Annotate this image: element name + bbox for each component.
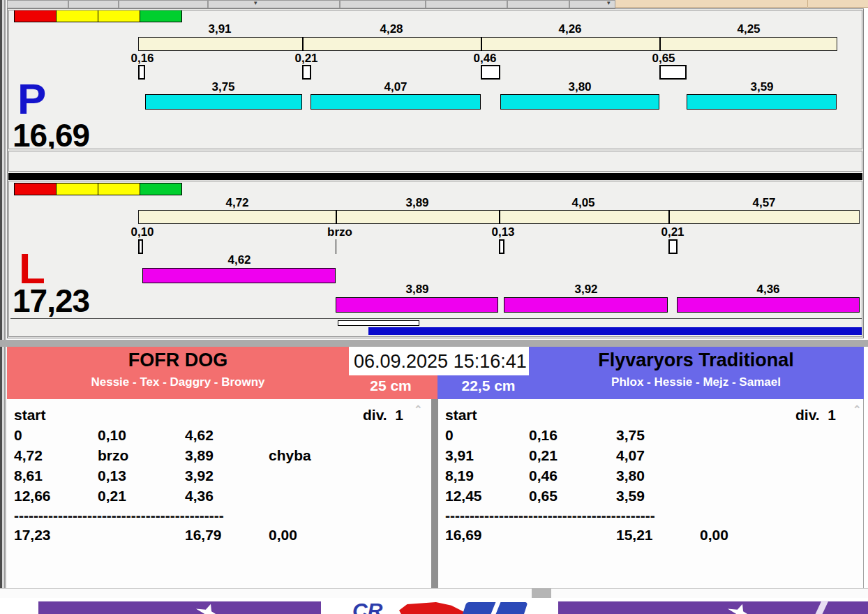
scroll-up-icon[interactable]: ⌃	[414, 403, 423, 416]
interval-label: 0,16	[114, 52, 170, 66]
traffic-light-0	[14, 10, 57, 22]
dog-run-bar	[504, 297, 668, 313]
table-total-cell: 17,23	[14, 527, 51, 544]
dog-time-label: 3,89	[389, 283, 445, 297]
split-divider	[336, 210, 337, 224]
table-cell: 0,21	[529, 447, 558, 464]
table-cell: 3,91	[445, 447, 474, 464]
interval-box	[302, 65, 311, 80]
table-cell: 3,75	[616, 427, 645, 444]
timestamp: 06.09.2025 15:16:41	[354, 351, 527, 373]
team-name: FOFR DOG	[7, 350, 349, 371]
toolbar-button[interactable]	[68, 0, 119, 8]
table-cell: 8,61	[14, 467, 43, 484]
split-divider	[481, 37, 482, 51]
lane-total-time: 17,23	[13, 285, 89, 317]
table-header-start: start	[14, 407, 46, 424]
toolbar-button[interactable]	[340, 0, 426, 8]
table-cell: 3,92	[185, 467, 214, 484]
bottom-strip	[0, 588, 868, 598]
interval-box	[138, 65, 145, 80]
traffic-light-3	[140, 10, 182, 22]
traffic-light-2	[98, 10, 140, 22]
table-total-cell: 16,69	[445, 527, 482, 544]
top-beige-strip	[615, 0, 868, 8]
progress-blue-bar	[368, 327, 862, 335]
dog-time-label: 4,07	[368, 80, 424, 94]
dog-run-bar	[336, 297, 498, 313]
dog-time-label: 3,92	[558, 283, 614, 297]
dog-run-bar	[142, 268, 336, 283]
split-divider	[659, 37, 661, 51]
table-total-cell: 15,21	[616, 527, 653, 544]
lane-panel-right-team: P 16,69 3,914,284,264,250,160,210,460,65…	[8, 10, 862, 149]
table-cell: 12,66	[14, 488, 51, 504]
banner-purple-block	[38, 601, 321, 614]
timestamp-box: 06.09.2025 15:16:41	[349, 347, 529, 375]
team-dogs: Phlox - Hessie - Mejz - Samael	[528, 375, 864, 389]
team-dogs: Nessie - Tex - Daggry - Browny	[7, 375, 349, 389]
bottom-grip	[532, 588, 551, 598]
dog-time-label: 4,62	[211, 253, 267, 267]
cr-logo-red-shape	[399, 602, 466, 614]
table-cell: 0,13	[98, 467, 126, 484]
toolbar-button[interactable]	[507, 0, 569, 8]
early-start-tick	[336, 239, 336, 254]
table-cell: 3,80	[616, 467, 645, 484]
split-time-label: 4,26	[542, 22, 598, 36]
table-cell: 0	[14, 427, 22, 444]
result-panel-left: startdiv. 100,104,624,72brzo3,89chyba8,6…	[7, 399, 431, 588]
panel-right-border	[863, 399, 864, 588]
lane-total-time: 16,69	[13, 119, 89, 149]
dog-time-label: 3,75	[195, 80, 251, 94]
table-cell: 0,46	[529, 467, 558, 484]
split-time-label: 4,57	[736, 196, 792, 210]
split-time-label: 4,72	[209, 196, 265, 210]
split-time-label: 4,25	[721, 22, 777, 36]
dog-time-label: 3,59	[734, 80, 790, 94]
split-time-label: 4,28	[364, 22, 419, 36]
split-time-label: 3,89	[389, 196, 445, 210]
traffic-light-1	[56, 10, 98, 22]
interval-label: 0,65	[636, 52, 691, 66]
lane-bottom-line	[10, 318, 862, 319]
table-cell: 0,65	[529, 488, 558, 504]
table-cell: 4,07	[616, 447, 645, 464]
table-total-cell: 16,79	[185, 527, 222, 544]
horizontal-separator	[0, 340, 868, 347]
cr-logo-text: CR	[352, 599, 382, 614]
toolbar-button[interactable]	[426, 0, 507, 8]
table-cell: 12,45	[445, 488, 482, 504]
panel-divider	[431, 399, 438, 598]
table-cell: brzo	[98, 447, 128, 464]
table-header-start: start	[445, 407, 477, 424]
interval-box	[481, 65, 500, 80]
table-cell: chyba	[269, 447, 311, 464]
table-total-cell: 0,00	[700, 527, 728, 544]
toolbar-button[interactable]	[119, 0, 208, 8]
table-separator: ----------------------------------------…	[445, 507, 655, 524]
dog-run-bar	[687, 94, 837, 110]
dog-time-label: 4,36	[740, 283, 796, 297]
split-divider	[302, 37, 304, 51]
split-time-bar	[138, 37, 837, 51]
interval-label: 0,10	[114, 225, 170, 239]
dog-run-bar	[145, 94, 302, 110]
interval-label: 0,13	[475, 225, 531, 239]
table-cell: 0	[445, 427, 454, 444]
interval-label: 0,21	[278, 52, 334, 66]
toolbar-dropdown[interactable]	[208, 0, 340, 8]
table-cell: 8,19	[445, 467, 474, 484]
timing-display: P 16,69 3,914,284,264,250,160,210,460,65…	[7, 8, 864, 338]
dropdown-caret-icon: ▾	[254, 0, 257, 6]
flyball-timing-app: { "timestamp": "06.09.2025 15:16:41", "b…	[0, 0, 868, 614]
sponsor-banner: CR	[0, 598, 868, 614]
table-total-cell: 0,00	[269, 527, 297, 544]
lane-letter: P	[17, 77, 46, 121]
jump-height: 25 cm	[349, 377, 433, 394]
scroll-up-icon[interactable]: ⌃	[853, 403, 862, 416]
toolbar-button[interactable]	[7, 0, 68, 8]
interval-label: 0,21	[645, 225, 701, 239]
result-panel-right: startdiv. 100,163,753,910,214,078,190,46…	[438, 399, 864, 588]
interval-label: brzo	[312, 225, 368, 239]
